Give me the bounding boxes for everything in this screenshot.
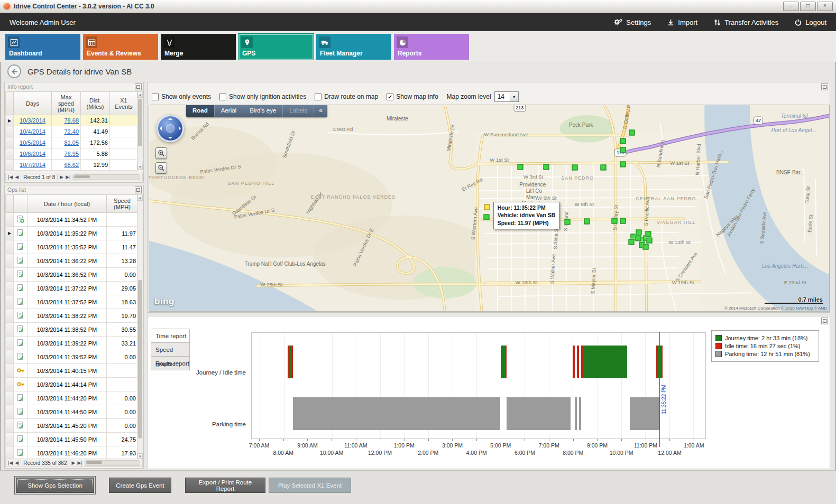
gps-list-row[interactable]: 10/3/2014 11:37:22 PM29.05 — [6, 282, 138, 295]
nav-tile-fleet-manager[interactable]: Fleet Manager — [316, 34, 391, 60]
gps-point-marker[interactable] — [629, 129, 635, 135]
gps-list-row[interactable]: 10/3/2014 11:36:22 PM13.28 — [6, 254, 138, 268]
gps-column-header-1[interactable]: Speed (MPH) — [107, 195, 138, 213]
last-page-icon[interactable]: ▶| — [66, 174, 70, 180]
checkbox-box[interactable] — [315, 94, 321, 100]
day-link[interactable]: 10/7/2014 — [20, 162, 45, 168]
collapse-panel-button[interactable] — [135, 83, 142, 90]
vertical-scrollbar[interactable]: ▲ ▼ — [137, 194, 143, 460]
gps-point-marker[interactable] — [483, 214, 489, 220]
map[interactable]: MiralestePeck ParkW Summerland AveCrest … — [149, 105, 830, 312]
maximize-icon[interactable]: □ — [800, 2, 816, 11]
gps-point-marker[interactable] — [544, 164, 549, 170]
gps-point-marker[interactable] — [518, 164, 523, 170]
checkbox-box[interactable] — [219, 94, 226, 100]
compass-center[interactable] — [166, 124, 174, 133]
chart-tab-speed-graphic[interactable]: Speed graphic — [151, 342, 190, 357]
collapse-panel-button[interactable] — [821, 318, 828, 324]
gps-column-header-0[interactable]: Date / hour (local) — [27, 195, 107, 213]
nav-tile-reports[interactable]: Reports — [394, 34, 469, 60]
gps-list-row[interactable]: 10/3/2014 11:46:20 PM17.93 — [6, 446, 138, 460]
gps-point-marker[interactable] — [645, 231, 651, 237]
checkbox-box[interactable] — [152, 94, 159, 100]
gps-point-marker[interactable] — [636, 230, 641, 236]
last-page-icon[interactable]: ▶| — [77, 460, 82, 465]
gps-list-row[interactable]: 10/3/2014 11:40:15 PM — [6, 364, 138, 378]
next-page-icon[interactable]: ▶ — [71, 460, 75, 465]
gps-point-marker[interactable] — [620, 161, 626, 167]
chart-tab-time-report[interactable]: Time report — [151, 329, 190, 343]
nav-tile-gps[interactable]: GPS — [238, 34, 314, 60]
gps-list-row[interactable]: 10/3/2014 11:44:50 PM0.00 — [6, 405, 138, 419]
action-transfer-activities[interactable]: Transfer Activities — [713, 18, 778, 26]
scroll-thumb[interactable] — [74, 175, 90, 178]
close-icon[interactable]: × — [817, 2, 833, 11]
checkbox-show-map-info[interactable]: ✔Show map info — [387, 93, 438, 100]
scroll-thumb[interactable] — [86, 461, 102, 464]
gps-list-row[interactable]: 10/3/2014 11:44:20 PM0.00 — [6, 391, 138, 405]
gps-list-row[interactable]: 10/3/2014 11:44:14 PM — [6, 378, 138, 391]
map-view-tab-road[interactable]: Road — [186, 105, 214, 117]
max-speed-link[interactable]: 76.95 — [64, 151, 79, 157]
prev-page-icon[interactable]: ◀ — [15, 174, 19, 180]
gps-point-marker[interactable] — [628, 239, 634, 245]
info-column-header-1[interactable]: Max speed (MPH) — [52, 92, 81, 115]
gps-point-marker[interactable] — [642, 244, 648, 249]
max-speed-link[interactable]: 68.62 — [64, 162, 79, 168]
scroll-thumb[interactable] — [138, 99, 142, 146]
export-print-route-report-button[interactable]: Export / Print Route Report — [185, 478, 265, 493]
show-gps-selection-button[interactable]: Show Gps Selection — [16, 478, 94, 493]
first-page-icon[interactable]: |◀ — [8, 174, 13, 180]
minimize-icon[interactable]: – — [783, 2, 799, 11]
checkbox-box[interactable]: ✔ — [387, 94, 393, 100]
gps-list-row[interactable]: 10/3/2014 11:38:52 PM30.55 — [6, 323, 138, 337]
nav-tile-merge[interactable]: Merge — [161, 34, 236, 60]
selected-gps-point-marker[interactable] — [484, 204, 490, 210]
action-import[interactable]: Import — [667, 18, 697, 26]
gps-point-marker[interactable] — [564, 219, 570, 225]
gps-list-row[interactable]: 10/3/2014 11:34:52 PM — [6, 213, 138, 227]
info-column-header-3[interactable]: X1 Events — [110, 92, 138, 115]
scroll-up-icon[interactable]: ▲ — [137, 91, 143, 98]
info-report-row[interactable]: ▶10/3/201478.68142.31 — [6, 115, 138, 126]
pan-south-icon[interactable] — [168, 137, 172, 139]
map-view-tab-bird-s-eye[interactable]: Bird's eye — [243, 105, 282, 117]
scroll-thumb[interactable] — [138, 280, 142, 438]
time-cursor[interactable] — [659, 332, 660, 447]
gps-list-row[interactable]: 10/3/2014 11:39:22 PM33.21 — [6, 337, 138, 350]
collapse-panel-button[interactable] — [135, 186, 142, 193]
map-view-tab-aerial[interactable]: Aerial — [214, 105, 243, 117]
info-report-row[interactable]: 10/4/201472.4041.49 — [6, 126, 138, 137]
vertical-scrollbar[interactable]: ▲ ▼ — [137, 91, 143, 170]
day-link[interactable]: 10/6/2014 — [20, 151, 45, 157]
first-page-icon[interactable]: |◀ — [8, 460, 13, 465]
checkbox-show-only-events[interactable]: Show only events — [152, 93, 211, 100]
map-zoom-in-button[interactable] — [155, 147, 167, 159]
gps-point-marker[interactable] — [620, 147, 626, 153]
day-link[interactable]: 10/5/2014 — [20, 139, 45, 146]
gps-point-marker[interactable] — [620, 138, 626, 144]
gps-list-row[interactable]: 10/3/2014 11:38:22 PM19.70 — [6, 309, 138, 323]
info-report-row[interactable]: 10/6/201476.955.88 — [6, 148, 138, 160]
back-button[interactable] — [7, 64, 21, 78]
info-report-row[interactable]: 10/7/201468.6212.99 — [6, 160, 138, 171]
gps-list-row[interactable]: 10/3/2014 11:35:52 PM11.47 — [6, 240, 138, 254]
next-page-icon[interactable]: ▶ — [60, 174, 63, 180]
scroll-down-icon[interactable]: ▼ — [137, 164, 143, 170]
gps-point-marker[interactable] — [635, 235, 641, 241]
gps-point-marker[interactable] — [601, 165, 607, 171]
gps-list-row[interactable]: 10/3/2014 11:39:52 PM0.00 — [6, 350, 138, 364]
gps-point-marker[interactable] — [584, 218, 590, 224]
info-column-header-2[interactable]: Dist. (Miles) — [81, 92, 110, 115]
map-zoom-out-button[interactable] — [155, 162, 167, 174]
map-zoom-select[interactable]: 14 ▼ — [494, 91, 519, 102]
action-logout[interactable]: Logout — [794, 18, 826, 26]
gps-list-row[interactable]: 10/3/2014 11:37:52 PM18.63 — [6, 295, 138, 309]
gps-list-row[interactable]: ▶10/3/2014 11:35:22 PM11.97 — [6, 227, 138, 240]
info-report-row[interactable]: 10/5/201481.05172.56 — [6, 137, 138, 148]
map-tabs-collapse-button[interactable]: « — [314, 105, 327, 117]
collapse-panel-button[interactable] — [821, 83, 828, 90]
action-settings[interactable]: Settings — [613, 18, 651, 26]
day-link[interactable]: 10/4/2014 — [20, 128, 45, 135]
max-speed-link[interactable]: 78.68 — [64, 117, 79, 124]
